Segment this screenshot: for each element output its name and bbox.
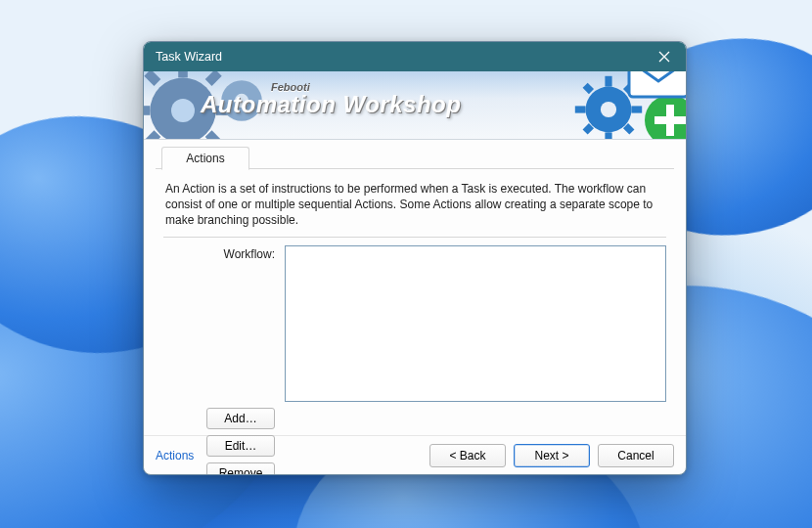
add-button[interactable]: Add… (206, 408, 275, 429)
brand-large: Automation Workshop (201, 91, 461, 118)
svg-point-9 (171, 99, 195, 122)
envelope-icon (627, 71, 686, 105)
tab-panel: An Action is a set of instructions to be… (156, 169, 674, 435)
svg-rect-1 (178, 71, 188, 77)
svg-rect-17 (583, 83, 594, 94)
svg-rect-24 (654, 116, 686, 124)
task-wizard-dialog: Task Wizard (143, 41, 687, 475)
titlebar[interactable]: Task Wizard (144, 42, 686, 71)
divider (163, 237, 666, 238)
description-text: An Action is a set of instructions to be… (163, 177, 666, 237)
tab-label: Actions (186, 152, 224, 165)
tab-actions[interactable]: Actions (161, 147, 249, 170)
edit-button[interactable]: Edit… (206, 435, 275, 457)
banner: Febooti Automation Workshop (144, 71, 686, 140)
svg-rect-16 (631, 106, 642, 112)
svg-rect-25 (629, 71, 686, 97)
svg-point-21 (601, 102, 616, 117)
svg-rect-5 (144, 71, 160, 86)
svg-rect-13 (605, 76, 611, 87)
svg-rect-3 (144, 106, 150, 115)
svg-rect-14 (605, 132, 611, 140)
body-area: Actions An Action is a set of instructio… (144, 140, 686, 435)
close-icon (658, 51, 670, 63)
desktop-background: Task Wizard (0, 0, 812, 528)
workflow-listbox[interactable] (285, 245, 666, 402)
workflow-label: Workflow: (163, 245, 285, 261)
tab-strip: Actions (156, 146, 674, 169)
remove-button[interactable]: Remove (206, 462, 275, 475)
svg-rect-15 (575, 106, 586, 112)
window-title: Task Wizard (156, 50, 643, 64)
close-button[interactable] (643, 42, 686, 71)
